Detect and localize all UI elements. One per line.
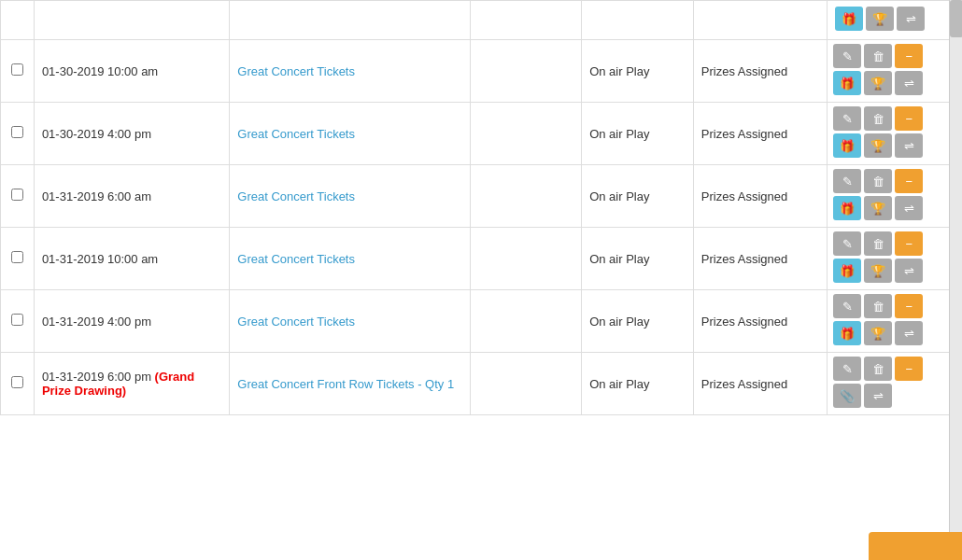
arrows-button[interactable]: ⇌: [895, 259, 923, 283]
row-type: On air Play: [582, 165, 694, 228]
delete-button[interactable]: 🗑: [864, 294, 892, 318]
row-status: Prizes Assigned: [693, 353, 828, 415]
row-date: 01-31-2019 6:00 pm (Grand Prize Drawing): [34, 353, 229, 415]
minus-button[interactable]: −: [895, 169, 923, 193]
row-checkbox-cell: [1, 290, 35, 353]
table-row: 01-31-2019 10:00 amGreat Concert Tickets…: [1, 228, 962, 290]
row-checkbox[interactable]: [11, 63, 23, 76]
delete-button[interactable]: 🗑: [864, 357, 892, 381]
row-checkbox[interactable]: [11, 251, 23, 263]
row-status: Prizes Assigned: [693, 40, 828, 103]
header-gift-icon[interactable]: 🎁: [835, 7, 863, 31]
row-name-link[interactable]: Great Concert Front Row Tickets - Qty 1: [237, 377, 454, 391]
col-datetime: [34, 1, 229, 40]
row-type: On air Play: [582, 290, 694, 353]
row-name: Great Concert Tickets: [230, 228, 470, 290]
row-actions: ✎🗑−🎁🏆⇌: [828, 103, 962, 165]
edit-button[interactable]: ✎: [833, 169, 861, 193]
row-type: On air Play: [582, 40, 694, 103]
arrows-button[interactable]: ⇌: [895, 71, 923, 95]
table-row: 01-31-2019 6:00 amGreat Concert TicketsO…: [1, 165, 962, 228]
trophy-button[interactable]: 🏆: [864, 196, 892, 220]
row-name-link[interactable]: Great Concert Tickets: [237, 127, 355, 141]
row-actions: ✎🗑−🎁🏆⇌: [828, 290, 962, 353]
main-container: 🎁 🏆 ⇌ 01-30-2019 10:00 amGreat Concert T…: [0, 0, 962, 560]
paperclip-button[interactable]: 📎: [833, 384, 861, 408]
row-date: 01-30-2019 4:00 pm: [34, 103, 229, 165]
scrollbar-thumb[interactable]: [950, 0, 962, 37]
row-name: Great Concert Tickets: [230, 165, 470, 228]
row-date: 01-31-2019 4:00 pm: [34, 290, 229, 353]
minus-button[interactable]: −: [895, 357, 923, 381]
trophy-button[interactable]: 🏆: [864, 71, 892, 95]
table-row: 01-30-2019 4:00 pmGreat Concert TicketsO…: [1, 103, 962, 165]
row-actions: ✎🗑−🎁🏆⇌: [828, 40, 962, 103]
arrows-button[interactable]: ⇌: [895, 196, 923, 220]
gift-button[interactable]: 🎁: [833, 133, 861, 158]
row-type: On air Play: [582, 228, 694, 290]
edit-button[interactable]: ✎: [833, 294, 861, 318]
schedule-table: 🎁 🏆 ⇌ 01-30-2019 10:00 amGreat Concert T…: [0, 0, 962, 415]
minus-button[interactable]: −: [895, 44, 923, 68]
bottom-bar: [869, 532, 962, 560]
row-name-link[interactable]: Great Concert Tickets: [237, 64, 355, 78]
delete-button[interactable]: 🗑: [864, 169, 892, 193]
row-empty-col: [470, 290, 582, 353]
row-status: Prizes Assigned: [693, 290, 828, 353]
row-name: Great Concert Tickets: [230, 103, 470, 165]
trophy-button[interactable]: 🏆: [864, 133, 892, 158]
delete-button[interactable]: 🗑: [864, 106, 892, 131]
row-checkbox[interactable]: [11, 126, 23, 138]
row-checkbox[interactable]: [11, 376, 23, 388]
row-name-link[interactable]: Great Concert Tickets: [237, 189, 355, 203]
scrollbar[interactable]: [949, 0, 962, 560]
row-actions: ✎🗑−📎⇌: [828, 353, 962, 415]
row-checkbox[interactable]: [11, 189, 23, 201]
minus-button[interactable]: −: [895, 106, 923, 131]
trophy-button[interactable]: 🏆: [864, 321, 892, 345]
col-empty: [470, 1, 582, 40]
row-checkbox[interactable]: [11, 314, 23, 326]
col-status: [693, 1, 828, 40]
trophy-button[interactable]: 🏆: [864, 259, 892, 283]
row-status: Prizes Assigned: [693, 165, 828, 228]
row-status: Prizes Assigned: [693, 103, 828, 165]
row-name-link[interactable]: Great Concert Tickets: [237, 315, 355, 329]
gift-button[interactable]: 🎁: [833, 321, 861, 345]
delete-button[interactable]: 🗑: [864, 44, 892, 68]
row-actions: ✎🗑−🎁🏆⇌: [828, 228, 962, 290]
row-actions: ✎🗑−🎁🏆⇌: [828, 165, 962, 228]
edit-button[interactable]: ✎: [833, 231, 861, 256]
row-empty-col: [470, 40, 582, 103]
date-text: 01-31-2019 6:00 pm: [42, 370, 155, 384]
arrows-button[interactable]: ⇌: [895, 133, 923, 158]
gift-button[interactable]: 🎁: [833, 259, 861, 283]
row-empty-col: [470, 165, 582, 228]
row-name: Great Concert Tickets: [230, 40, 470, 103]
transfer-button[interactable]: ⇌: [864, 384, 892, 408]
row-type: On air Play: [582, 103, 694, 165]
row-empty-col: [470, 103, 582, 165]
row-date: 01-31-2019 10:00 am: [34, 228, 229, 290]
gift-button[interactable]: 🎁: [833, 71, 861, 95]
header-arrows-icon[interactable]: ⇌: [897, 7, 925, 31]
row-empty-col: [470, 228, 582, 290]
gift-button[interactable]: 🎁: [833, 196, 861, 220]
header-trophy-icon[interactable]: 🏆: [866, 7, 894, 31]
table-row: 01-31-2019 4:00 pmGreat Concert TicketsO…: [1, 290, 962, 353]
arrows-button[interactable]: ⇌: [895, 321, 923, 345]
col-type: [582, 1, 694, 40]
row-date: 01-31-2019 6:00 am: [34, 165, 229, 228]
edit-button[interactable]: ✎: [833, 44, 861, 68]
row-name: Great Concert Front Row Tickets - Qty 1: [230, 353, 470, 415]
edit-button[interactable]: ✎: [833, 357, 861, 381]
row-date: 01-30-2019 10:00 am: [34, 40, 229, 103]
table-row: 01-30-2019 10:00 amGreat Concert Tickets…: [1, 40, 962, 103]
delete-button[interactable]: 🗑: [864, 231, 892, 256]
col-checkbox: [1, 1, 35, 40]
minus-button[interactable]: −: [895, 294, 923, 318]
row-name-link[interactable]: Great Concert Tickets: [237, 252, 355, 266]
edit-button[interactable]: ✎: [833, 106, 861, 131]
minus-button[interactable]: −: [895, 231, 923, 256]
table-header-row: 🎁 🏆 ⇌: [1, 1, 962, 40]
